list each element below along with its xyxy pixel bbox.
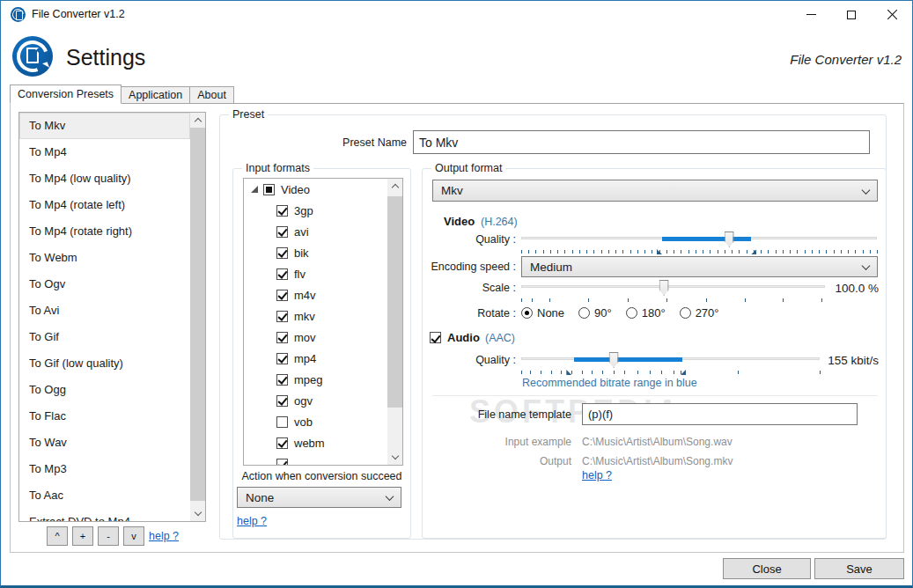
add-preset-button[interactable]: + bbox=[72, 526, 93, 546]
checkbox[interactable] bbox=[276, 226, 288, 238]
scale-slider[interactable] bbox=[521, 279, 825, 304]
expander-icon[interactable] bbox=[251, 186, 258, 193]
preset-list-item[interactable]: To Mp4 (rotate left) bbox=[19, 192, 190, 218]
remove-preset-button[interactable]: - bbox=[98, 526, 119, 546]
input-formats-help-link[interactable]: help ? bbox=[237, 515, 267, 527]
format-tree-item[interactable] bbox=[244, 453, 387, 466]
post-action-select[interactable]: None bbox=[237, 487, 401, 508]
scrollbar-thumb[interactable] bbox=[190, 128, 205, 501]
rotate-option-180[interactable]: 180° bbox=[626, 306, 666, 320]
format-tree-item[interactable]: Video bbox=[244, 179, 387, 200]
slider-track bbox=[521, 285, 825, 288]
format-tree-item[interactable]: vob bbox=[244, 411, 387, 432]
rotate-option-270[interactable]: 270° bbox=[680, 306, 719, 320]
preset-list-item[interactable]: To Mp3 bbox=[19, 456, 190, 482]
format-tree-item[interactable]: mov bbox=[244, 327, 387, 348]
file-name-help-link[interactable]: help ? bbox=[582, 469, 612, 481]
slider-ticks bbox=[521, 370, 820, 376]
scroll-down-button[interactable] bbox=[387, 450, 402, 465]
preset-list-item[interactable]: To Mp4 bbox=[19, 139, 190, 165]
format-tree-item[interactable]: avi bbox=[244, 221, 387, 242]
encoding-speed-label: Encoding speed : bbox=[371, 261, 516, 273]
slider-fill bbox=[574, 357, 682, 362]
checkbox[interactable] bbox=[276, 416, 288, 428]
file-name-template-label: File name template bbox=[423, 408, 571, 421]
scroll-up-button[interactable] bbox=[190, 113, 205, 128]
checkbox[interactable] bbox=[276, 268, 288, 280]
slider-thumb[interactable] bbox=[659, 280, 669, 296]
tab-about[interactable]: About bbox=[189, 86, 234, 104]
close-window-button[interactable] bbox=[872, 1, 912, 28]
preset-list-item[interactable]: To Ogg bbox=[19, 377, 190, 403]
checkbox[interactable] bbox=[276, 395, 288, 407]
preset-list-item[interactable]: To Mp4 (low quality) bbox=[19, 165, 190, 192]
audio-quality-slider[interactable] bbox=[521, 351, 820, 376]
radio-icon bbox=[680, 307, 691, 319]
format-tree-item[interactable]: mp4 bbox=[244, 348, 387, 369]
format-tree-item[interactable]: m4v bbox=[244, 284, 387, 305]
preset-list-item[interactable]: To Webm bbox=[19, 245, 190, 271]
maximize-button[interactable] bbox=[831, 1, 872, 28]
output-container-select[interactable]: Mkv bbox=[432, 180, 878, 202]
format-tree-item-label: mp4 bbox=[294, 352, 316, 365]
format-tree-item[interactable]: mpeg bbox=[244, 369, 387, 390]
rotate-option-none[interactable]: None bbox=[521, 306, 564, 320]
preset-list-item[interactable]: To Mkv bbox=[19, 113, 190, 139]
encoding-speed-select[interactable]: Medium bbox=[521, 256, 878, 277]
app-logo bbox=[12, 36, 53, 77]
scrollbar-thumb[interactable] bbox=[387, 196, 402, 408]
logo-document-icon bbox=[26, 48, 39, 63]
close-button[interactable]: Close bbox=[723, 558, 811, 579]
presets-help-link[interactable]: help ? bbox=[149, 530, 179, 542]
format-tree-item-label: webm bbox=[294, 437, 325, 450]
format-tree-item[interactable]: bik bbox=[244, 242, 387, 263]
checkbox[interactable] bbox=[276, 311, 288, 322]
preset-list-item[interactable]: Extract DVD to Mp4 bbox=[19, 509, 190, 521]
format-tree-item[interactable]: flv bbox=[244, 263, 387, 284]
preset-list-item[interactable]: To Gif bbox=[19, 324, 190, 350]
save-button[interactable]: Save bbox=[814, 558, 904, 579]
file-name-template-input[interactable]: (p)(f) bbox=[582, 403, 858, 425]
tab-conversion-presets[interactable]: Conversion Presets bbox=[10, 85, 121, 104]
format-tree-item-label: flv bbox=[294, 268, 306, 281]
format-tree-item[interactable]: mkv bbox=[244, 305, 387, 327]
move-down-button[interactable]: v bbox=[123, 526, 144, 546]
checkbox[interactable] bbox=[276, 374, 288, 386]
audio-enabled-checkbox[interactable] bbox=[430, 332, 441, 343]
move-up-button[interactable]: ^ bbox=[47, 526, 68, 546]
checkbox[interactable] bbox=[276, 332, 288, 343]
preset-list-item[interactable]: To Wav bbox=[19, 430, 190, 456]
checkbox[interactable] bbox=[276, 459, 288, 467]
slider-thumb[interactable] bbox=[609, 352, 619, 368]
checkbox[interactable] bbox=[276, 205, 288, 217]
rotate-option-90[interactable]: 90° bbox=[578, 306, 612, 320]
preset-list-item[interactable]: To Gif (low quality) bbox=[19, 350, 190, 377]
preset-list-scrollbar[interactable] bbox=[190, 113, 205, 521]
checkbox[interactable] bbox=[276, 290, 288, 301]
format-tree-item[interactable]: ogv bbox=[244, 390, 387, 411]
format-tree-item[interactable]: 3gp bbox=[244, 200, 387, 221]
preset-name-input[interactable]: To Mkv bbox=[413, 130, 870, 154]
format-tree-scrollbar[interactable] bbox=[387, 179, 402, 465]
slider-thumb[interactable] bbox=[725, 232, 734, 247]
checkbox[interactable] bbox=[263, 184, 275, 195]
minimize-button[interactable] bbox=[791, 1, 831, 28]
tab-application[interactable]: Application bbox=[121, 86, 190, 104]
preset-group-label: Preset bbox=[229, 108, 268, 121]
scroll-up-button[interactable] bbox=[387, 179, 402, 194]
video-section-label: Video bbox=[444, 215, 475, 228]
format-tree-item-label: mkv bbox=[294, 310, 315, 323]
video-quality-slider[interactable] bbox=[521, 231, 877, 255]
scroll-down-button[interactable] bbox=[190, 506, 205, 521]
preset-list-item[interactable]: To Mp4 (rotate right) bbox=[19, 218, 190, 245]
checkbox[interactable] bbox=[276, 247, 288, 259]
file-converter-window: File Converter v1.2 Settings File Conver… bbox=[0, 0, 913, 588]
checkbox[interactable] bbox=[276, 353, 288, 364]
format-tree-item-label: m4v bbox=[294, 289, 316, 302]
checkbox[interactable] bbox=[276, 437, 288, 449]
preset-list-item[interactable]: To Ogv bbox=[19, 271, 190, 298]
format-tree-item[interactable]: webm bbox=[244, 432, 387, 453]
preset-list-item[interactable]: To Aac bbox=[19, 482, 190, 509]
preset-list-item[interactable]: To Flac bbox=[19, 403, 190, 430]
preset-list-item[interactable]: To Avi bbox=[19, 298, 190, 324]
